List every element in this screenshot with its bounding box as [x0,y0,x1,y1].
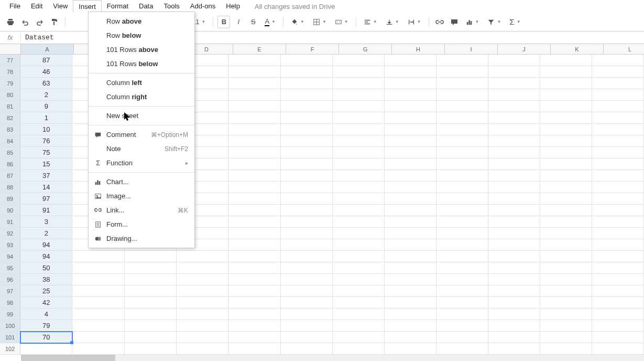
cell[interactable] [592,78,644,89]
cell[interactable]: 94 [20,239,72,251]
row-header[interactable]: 101 [0,332,20,343]
menu-image[interactable]: Image... [89,189,194,203]
menu-comment[interactable]: Comment⌘+Option+M [89,128,194,142]
cell[interactable] [540,158,592,170]
cell[interactable] [488,285,540,297]
row-header[interactable]: 102 [0,343,20,355]
cell[interactable] [436,124,488,135]
valign-button[interactable]: ▼ [383,16,402,28]
cell[interactable] [385,251,436,262]
cell[interactable] [228,158,280,170]
cell[interactable] [385,124,436,135]
merge-button[interactable]: ▼ [332,16,352,28]
cell[interactable] [488,89,540,101]
cell[interactable] [540,147,592,158]
cell[interactable] [333,228,385,239]
row-header[interactable]: 100 [0,320,20,332]
cell[interactable] [281,55,333,66]
cell[interactable] [281,78,333,89]
cell[interactable] [488,66,540,78]
cell[interactable] [488,55,540,66]
cell[interactable] [385,274,436,285]
cell[interactable] [228,320,280,332]
cell[interactable] [125,251,177,262]
cell[interactable] [281,182,333,193]
cell[interactable] [385,205,436,216]
row-header[interactable]: 85 [0,147,20,158]
cell[interactable] [333,239,385,251]
cell[interactable] [540,343,592,355]
cell[interactable] [228,332,280,343]
row-header[interactable]: 83 [0,124,20,135]
cell[interactable] [540,182,592,193]
cell[interactable] [385,158,436,170]
cell[interactable] [72,309,125,320]
cell[interactable] [540,262,592,274]
row-header[interactable]: 86 [0,158,20,170]
cell[interactable] [385,309,436,320]
col-header-H[interactable]: H [392,44,445,55]
text-color-button[interactable]: A▼ [261,16,279,28]
cell[interactable]: 91 [20,205,72,216]
cell[interactable] [125,309,177,320]
cell[interactable] [333,89,385,101]
italic-button[interactable]: I [232,16,245,28]
cell[interactable] [333,216,385,228]
print-icon[interactable] [4,16,17,28]
cell[interactable] [333,182,385,193]
cell[interactable] [177,285,228,297]
cell[interactable] [488,170,540,182]
cell[interactable] [540,228,592,239]
cell[interactable]: 10 [20,124,72,135]
cell[interactable] [488,112,540,124]
menu-column-left[interactable]: Column left [89,76,194,90]
cell[interactable] [281,89,333,101]
cell[interactable] [488,297,540,309]
cell[interactable] [488,239,540,251]
undo-icon[interactable] [19,16,31,28]
cell[interactable] [228,182,280,193]
cell[interactable] [592,274,644,285]
menu-chart[interactable]: Chart... [89,175,194,189]
col-header-G[interactable]: G [339,44,392,55]
cell[interactable] [436,101,488,112]
cell[interactable] [540,309,592,320]
cell[interactable] [228,262,280,274]
cell[interactable] [436,274,488,285]
cell[interactable] [228,274,280,285]
redo-icon[interactable] [34,16,46,28]
cell[interactable] [177,332,228,343]
cell[interactable] [281,170,333,182]
cell[interactable] [436,170,488,182]
cell[interactable] [540,66,592,78]
cell[interactable] [333,262,385,274]
cell[interactable] [177,262,228,274]
row-header[interactable]: 97 [0,285,20,297]
cell[interactable] [436,112,488,124]
cell[interactable] [436,262,488,274]
cell[interactable] [540,251,592,262]
menu-form[interactable]: Form... [89,217,194,231]
cell[interactable]: 15 [20,158,72,170]
cell[interactable] [281,135,333,147]
cell[interactable] [488,216,540,228]
cell[interactable] [385,228,436,239]
cell[interactable] [436,216,488,228]
cell[interactable] [592,216,644,228]
cell[interactable] [592,193,644,205]
cell[interactable] [125,332,177,343]
row-header[interactable]: 79 [0,78,20,89]
menu-drawing[interactable]: Drawing... [89,231,194,246]
cell[interactable] [333,251,385,262]
cell[interactable]: 97 [20,193,72,205]
row-header[interactable]: 80 [0,89,20,101]
row-header[interactable]: 89 [0,193,20,205]
menu-data[interactable]: Data [134,0,158,13]
cell[interactable] [540,320,592,332]
cell[interactable]: 3 [20,216,72,228]
cell[interactable] [72,251,125,262]
cell[interactable] [333,297,385,309]
cell[interactable] [488,147,540,158]
cell[interactable] [228,193,280,205]
col-header-A[interactable]: A [21,44,74,55]
